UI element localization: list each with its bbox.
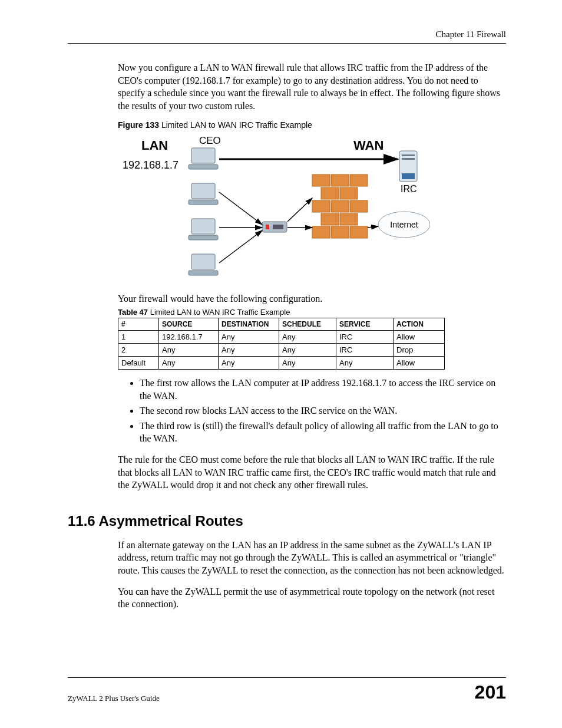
paragraph-rule-order: The rule for the CEO must come before th… bbox=[118, 453, 506, 492]
table-title: Limited LAN to WAN IRC Traffic Example bbox=[148, 308, 290, 317]
paragraph-asym-2: You can have the ZyWALL permit the use o… bbox=[118, 585, 506, 611]
svg-rect-23 bbox=[331, 226, 349, 238]
network-diagram-svg: LAN 192.168.1.7 CEO WAN bbox=[118, 133, 430, 286]
svg-rect-16 bbox=[340, 187, 358, 199]
svg-rect-9 bbox=[266, 225, 269, 229]
table-caption: Table 47 Limited LAN to WAN IRC Traffic … bbox=[118, 308, 506, 317]
svg-rect-27 bbox=[402, 158, 415, 160]
svg-rect-7 bbox=[189, 271, 218, 275]
internet-cloud-icon: Internet bbox=[378, 212, 430, 238]
svg-line-32 bbox=[219, 230, 262, 263]
table-row: Default Any Any Any Any Allow bbox=[118, 356, 445, 369]
internet-label: Internet bbox=[390, 220, 418, 229]
th-dest: DESTINATION bbox=[219, 318, 279, 330]
router-icon bbox=[262, 222, 287, 232]
firewall-table: # SOURCE DESTINATION SCHEDULE SERVICE AC… bbox=[118, 318, 445, 370]
lan-label: LAN bbox=[141, 138, 168, 153]
ceo-label: CEO bbox=[199, 135, 221, 146]
svg-rect-15 bbox=[321, 187, 339, 199]
svg-rect-17 bbox=[312, 200, 330, 212]
figure-diagram: LAN 192.168.1.7 CEO WAN bbox=[118, 133, 506, 286]
footer-rule bbox=[68, 677, 506, 678]
svg-rect-6 bbox=[191, 254, 215, 269]
firewall-icon bbox=[312, 174, 370, 245]
svg-rect-10 bbox=[273, 225, 283, 229]
header-rule bbox=[68, 43, 506, 44]
paragraph-intro: Now you configure a LAN to WAN firewall … bbox=[118, 61, 506, 112]
paragraph-config: Your firewall would have the following c… bbox=[118, 292, 506, 305]
svg-rect-1 bbox=[189, 164, 218, 169]
svg-rect-0 bbox=[191, 148, 215, 163]
wan-label: WAN bbox=[353, 138, 384, 153]
table-row: 1 192.168.1.7 Any Any IRC Allow bbox=[118, 330, 445, 343]
irc-label: IRC bbox=[401, 184, 417, 194]
lan-ip: 192.168.1.7 bbox=[123, 159, 178, 171]
svg-rect-19 bbox=[350, 200, 368, 212]
svg-rect-21 bbox=[340, 213, 358, 225]
th-service: SERVICE bbox=[336, 318, 394, 330]
th-num: # bbox=[118, 318, 159, 330]
list-item: The first row allows the LAN computer at… bbox=[140, 377, 506, 402]
svg-rect-4 bbox=[191, 219, 215, 234]
svg-rect-5 bbox=[189, 235, 218, 240]
svg-rect-13 bbox=[331, 174, 349, 186]
lan-computer-icon bbox=[189, 219, 218, 240]
bullet-list: The first row allows the LAN computer at… bbox=[68, 377, 506, 445]
th-action: ACTION bbox=[394, 318, 445, 330]
th-schedule: SCHEDULE bbox=[279, 318, 336, 330]
svg-rect-12 bbox=[312, 174, 330, 186]
lan-computer-icon bbox=[189, 183, 218, 205]
table-label: Table 47 bbox=[118, 308, 148, 317]
figure-title: Limited LAN to WAN IRC Traffic Example bbox=[159, 120, 312, 130]
svg-rect-2 bbox=[191, 183, 215, 199]
page-number: 201 bbox=[475, 681, 506, 703]
svg-rect-20 bbox=[321, 213, 339, 225]
list-item: The third row is (still) the firewall's … bbox=[140, 420, 506, 445]
table-row: 2 Any Any Any IRC Drop bbox=[118, 343, 445, 356]
figure-label: Figure 133 bbox=[118, 120, 159, 130]
svg-line-35 bbox=[368, 226, 378, 228]
svg-rect-18 bbox=[331, 200, 349, 212]
section-heading: 11.6 Asymmetrical Routes bbox=[68, 513, 506, 529]
lan-computer-icon bbox=[189, 254, 218, 275]
th-source: SOURCE bbox=[159, 318, 219, 330]
paragraph-asym-1: If an alternate gateway on the LAN has a… bbox=[118, 539, 506, 577]
page-footer: ZyWALL 2 Plus User's Guide 201 bbox=[68, 677, 506, 703]
svg-rect-28 bbox=[402, 173, 415, 179]
svg-rect-24 bbox=[350, 226, 368, 238]
svg-line-33 bbox=[287, 198, 312, 222]
list-item: The second row blocks LAN access to the … bbox=[140, 404, 506, 417]
svg-rect-3 bbox=[189, 200, 218, 205]
svg-rect-22 bbox=[312, 226, 330, 238]
figure-caption: Figure 133 Limited LAN to WAN IRC Traffi… bbox=[118, 120, 506, 130]
ceo-computer-icon bbox=[189, 148, 218, 169]
footer-guide-title: ZyWALL 2 Plus User's Guide bbox=[68, 694, 160, 703]
svg-rect-26 bbox=[402, 154, 415, 156]
svg-line-30 bbox=[219, 192, 262, 225]
irc-server-icon bbox=[399, 151, 417, 182]
chapter-header: Chapter 11 Firewall bbox=[68, 29, 506, 39]
svg-rect-14 bbox=[350, 174, 368, 186]
